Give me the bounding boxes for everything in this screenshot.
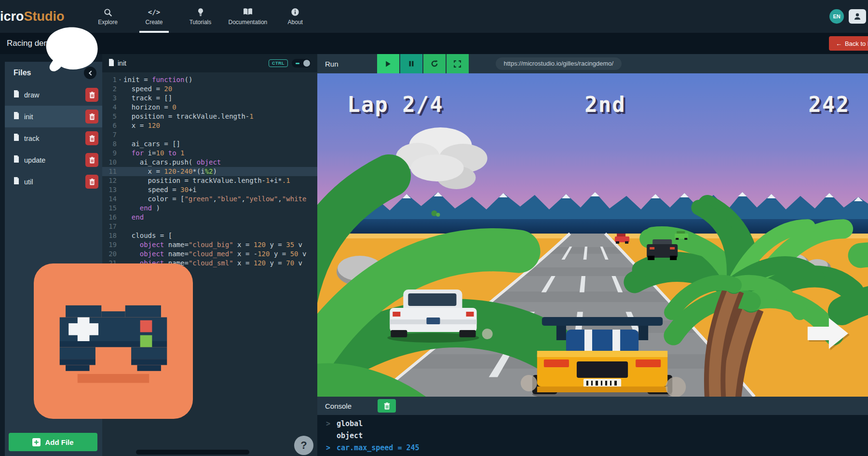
delete-file-button[interactable] <box>85 110 98 124</box>
file-icon <box>14 134 19 143</box>
help-button[interactable]: ? <box>294 436 313 455</box>
logo-prefix: icro <box>0 9 24 24</box>
game-url[interactable]: https://microstudio.io/gilles/racingdemo… <box>496 57 622 70</box>
editor-tab-name: init <box>118 59 126 67</box>
code-line-16[interactable]: 16 end <box>102 213 317 222</box>
file-item-update[interactable]: update <box>5 149 102 171</box>
project-bar: Racing demo ← Back to Proj <box>0 33 868 54</box>
editor-tab-init[interactable]: init <box>108 59 126 68</box>
file-name: draw <box>24 91 39 99</box>
files-header: Files <box>5 62 102 84</box>
file-item-init[interactable]: init <box>5 106 102 127</box>
code-line-6[interactable]: 6 x = 120 <box>102 121 317 130</box>
ctrl-badge: CTRL <box>269 59 288 67</box>
file-icon <box>14 155 19 165</box>
microstudio-app: icroStudio Explore </> Create Tutorials <box>0 0 868 456</box>
logo-suffix: Studio <box>24 9 65 24</box>
file-name: update <box>24 156 45 164</box>
file-name: track <box>24 135 39 142</box>
code-line-1[interactable]: 1▾init = function() <box>102 75 317 84</box>
back-button-label: Back to Proj <box>845 40 868 47</box>
nav-label: Documentation <box>229 19 268 26</box>
plus-icon <box>32 438 41 446</box>
code-line-2[interactable]: 2 speed = 20 <box>102 84 317 94</box>
reload-button[interactable] <box>423 54 446 73</box>
code-line-11[interactable]: 11 x = 120-240*(i%2) <box>102 167 317 176</box>
console-header: Console <box>317 397 868 415</box>
console-text: global <box>337 418 363 430</box>
file-item-track[interactable]: track <box>5 127 102 149</box>
delete-file-button[interactable] <box>85 88 98 102</box>
file-icon <box>14 177 19 186</box>
code-line-9[interactable]: 9 for i=10 to 1 <box>102 149 317 158</box>
topnav-right: EN gi <box>829 9 868 24</box>
horizontal-scrollbar[interactable] <box>136 450 249 455</box>
code-line-20[interactable]: 20 object name="cloud_med" x = -120 y = … <box>102 249 317 259</box>
toggle-dash <box>296 63 299 64</box>
project-name: Racing demo <box>7 39 55 48</box>
code-line-14[interactable]: 14 color = ["green","blue","yellow","whi… <box>102 194 317 204</box>
nav-item-documentation[interactable]: Documentation <box>224 0 272 33</box>
nav-item-about[interactable]: About <box>272 0 318 33</box>
code-line-13[interactable]: 13 speed = 30+i <box>102 185 317 194</box>
console-text: car.max_speed = 245 <box>337 442 420 454</box>
code-line-5[interactable]: 5 position = trackValue.length-1 <box>102 112 317 121</box>
delete-file-button[interactable] <box>85 153 98 167</box>
console-title: Console <box>325 402 352 410</box>
hud-speed: 242 <box>808 92 850 117</box>
pause-button[interactable] <box>400 54 422 73</box>
code-line-18[interactable]: 18 clouds = [ <box>102 231 317 240</box>
add-file-button[interactable]: Add File <box>9 433 97 451</box>
back-arrow-icon: ← <box>836 40 842 47</box>
play-button[interactable] <box>377 54 399 73</box>
nav-label: About <box>288 19 303 26</box>
files-title: Files <box>14 69 31 77</box>
microstudio-app-icon-overlay <box>34 263 193 419</box>
code-icon: </> <box>148 7 160 17</box>
delete-file-button[interactable] <box>85 175 98 189</box>
console-prompt: > <box>326 442 337 454</box>
editor-tabbar-controls: CTRL <box>269 59 311 68</box>
console-output[interactable]: >globalobject>car.max_speed = 245 <box>317 415 868 456</box>
top-nav: icroStudio Explore </> Create Tutorials <box>0 0 868 33</box>
file-name: init <box>24 113 33 121</box>
back-to-projects-button[interactable]: ← Back to Proj <box>829 36 868 51</box>
console-line: >global <box>317 418 868 430</box>
app-logo[interactable]: icroStudio <box>0 9 65 24</box>
user-icon <box>849 9 866 24</box>
delete-file-button[interactable] <box>85 131 98 145</box>
language-badge[interactable]: EN <box>829 9 844 24</box>
code-line-3[interactable]: 3 track = [] <box>102 94 317 103</box>
code-line-4[interactable]: 4 horizon = 0 <box>102 103 317 112</box>
code-line-15[interactable]: 15 end ) <box>102 204 317 213</box>
search-icon <box>103 7 112 17</box>
code-line-8[interactable]: 8 ai_cars = [] <box>102 139 317 149</box>
nav-label: Tutorials <box>190 19 212 26</box>
code-line-7[interactable]: 7 <box>102 130 317 139</box>
gamepad-icon <box>48 293 179 389</box>
nav-label: Explore <box>98 19 118 26</box>
nav-item-create[interactable]: </> Create <box>131 0 177 33</box>
editor-toggle[interactable] <box>292 59 311 68</box>
game-screen: Lap 2/4 Lap 2/4 2nd 2nd 242 242 <box>317 73 868 397</box>
clear-console-button[interactable] <box>378 399 396 413</box>
code-line-17[interactable]: 17 <box>102 222 317 231</box>
file-list: drawinittrackupdateutil <box>5 84 102 193</box>
lightbulb-icon <box>196 7 205 17</box>
console-prompt <box>326 430 337 442</box>
game-canvas[interactable]: Lap 2/4 Lap 2/4 2nd 2nd 242 242 <box>317 73 868 397</box>
file-item-draw[interactable]: draw <box>5 84 102 106</box>
user-menu[interactable]: gi <box>849 9 868 24</box>
main-nav: Explore </> Create Tutorials Documentati… <box>85 0 319 33</box>
editor-tab-bar: init CTRL <box>102 54 317 72</box>
code-line-10[interactable]: 10 ai_cars.push( object <box>102 158 317 167</box>
file-item-util[interactable]: util <box>5 171 102 193</box>
code-line-19[interactable]: 19 object name="cloud_big" x = 120 y = 3… <box>102 240 317 249</box>
fullscreen-button[interactable] <box>447 54 469 73</box>
code-line-12[interactable]: 12 position = trackValue.length-1+i*.1 <box>102 176 317 185</box>
nav-item-explore[interactable]: Explore <box>85 0 131 33</box>
nav-item-tutorials[interactable]: Tutorials <box>177 0 224 33</box>
collapse-panel-button[interactable] <box>84 67 96 79</box>
run-label: Run <box>325 60 339 68</box>
run-buttons <box>377 54 469 73</box>
